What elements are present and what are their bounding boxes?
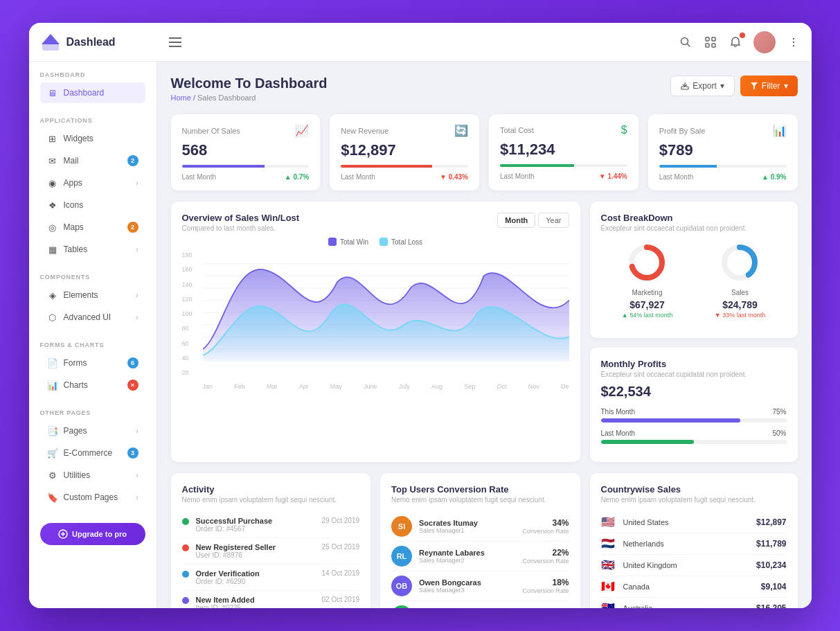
user-avatar-3: MG — [391, 605, 412, 608]
stat-footer-0: Last Month ▲ 0.7% — [182, 173, 310, 181]
activity-date-1: 25 Oct 2019 — [322, 543, 359, 551]
sidebar-item-mail[interactable]: ✉Mail2 — [40, 150, 145, 171]
chart-legend: Total Win Total Loss — [182, 238, 569, 246]
user-avatar-0: SI — [391, 516, 412, 537]
sidebar-item-tables[interactable]: ▦Tables› — [40, 239, 145, 260]
activity-dot-0 — [182, 518, 189, 525]
chart-subtitle: Compared to last month sales. — [182, 224, 300, 232]
sidebar-item-elements[interactable]: ◈Elements› — [40, 285, 145, 305]
stat-footer-2: Last Month ▼ 1.44% — [500, 172, 627, 180]
sidebar-item-dashboard[interactable]: 🖥Dashboard — [40, 82, 145, 103]
user-item-3: MG Mariane Galeon Sales Manager4 15% Con… — [391, 601, 569, 608]
activity-info-1: New Registered Seller User ID: #8976 — [196, 543, 315, 559]
fullscreen-icon[interactable] — [704, 35, 717, 49]
sidebar-item-label-custom-pages: Custom Pages — [64, 492, 131, 502]
stat-icon-3: 📊 — [773, 124, 787, 137]
svg-rect-5 — [712, 37, 715, 41]
activity-date-2: 14 Oct 2019 — [322, 569, 359, 577]
country-list: 🇺🇸 United States $12,897 🇳🇱 Netherlands … — [601, 512, 787, 608]
sidebar-item-label-advanced-ui: Advanced UI — [64, 312, 131, 322]
breadcrumb-sep: / — [193, 94, 195, 102]
filter-button[interactable]: Filter ▾ — [740, 75, 798, 96]
country-flag-1: 🇳🇱 — [601, 538, 616, 549]
sidebar-item-label-mail: Mail — [64, 156, 122, 166]
user-avatar[interactable] — [753, 31, 776, 53]
activity-name-1: New Registered Seller — [196, 543, 315, 551]
stat-card-header-3: Profit By Sale 📊 — [659, 124, 787, 137]
mid-row: Overview of Sales Win/Lost Compared to l… — [171, 202, 798, 462]
page-title-area: Welcome To Dashboard Home / Sales Dashbo… — [171, 75, 328, 102]
sidebar-section-applications: APPLICATIONS⊞Widgets✉Mail2◉Apps›❖Icons◎M… — [29, 107, 157, 264]
sidebar-section-label: APPLICATIONS — [40, 117, 145, 124]
widgets-icon: ⊞ — [47, 133, 58, 144]
more-menu-icon[interactable] — [787, 35, 801, 49]
sidebar-item-advanced-ui[interactable]: ⬡Advanced UI› — [40, 307, 145, 328]
sidebar-item-apps[interactable]: ◉Apps› — [40, 172, 145, 193]
svg-point-8 — [792, 37, 794, 39]
sidebar-section-label: FORMS & CHARTS — [40, 341, 145, 348]
sidebar-item-label-pages: Pages — [64, 426, 131, 436]
sales-label: Sales — [715, 289, 765, 296]
sidebar-item-widgets[interactable]: ⊞Widgets — [40, 128, 145, 149]
marketing-value: $67,927 — [622, 299, 672, 310]
upgrade-button[interactable]: Upgrade to pro — [40, 523, 145, 545]
hamburger-button[interactable] — [169, 37, 181, 47]
stat-footer-label-0: Last Month — [182, 173, 216, 181]
tab-month[interactable]: Month — [497, 213, 535, 228]
user-avatar-1: RL — [391, 546, 412, 567]
stat-value-1: $12,897 — [341, 141, 468, 159]
sidebar-item-icons[interactable]: ❖Icons — [40, 195, 145, 215]
notifications-icon[interactable] — [729, 35, 742, 49]
country-flag-0: 🇺🇸 — [601, 517, 616, 528]
stat-icon-2: $ — [621, 124, 627, 136]
sales-value: $24,789 — [715, 299, 765, 310]
last-month-header: Last Month 50% — [601, 429, 787, 437]
filter-chevron: ▾ — [784, 81, 788, 91]
main-layout: DASHBOARD🖥DashboardAPPLICATIONS⊞Widgets✉… — [29, 62, 812, 608]
user-avatar-2: OB — [391, 576, 412, 596]
user-role-0: Sales Manager1 — [419, 527, 515, 534]
sidebar-item-custom-pages[interactable]: 🔖Custom Pages› — [40, 487, 145, 508]
activity-list: Successful Purchase Order ID: #4567 29 O… — [182, 512, 360, 608]
sidebar-item-label-charts: Charts — [64, 380, 122, 390]
icons-icon: ❖ — [47, 199, 58, 211]
sidebar-item-utilities[interactable]: ⚙Utilities› — [40, 465, 145, 486]
sidebar-item-forms[interactable]: 📄Forms6 — [40, 353, 145, 373]
stat-value-0: 568 — [182, 141, 310, 159]
legend-win-dot — [328, 238, 337, 246]
user-name-1: Reynante Labares — [419, 549, 515, 557]
country-name-2: United Kingdom — [623, 561, 750, 569]
marketing-donut — [626, 242, 668, 283]
sidebar-item-label-forms: Forms — [64, 358, 122, 368]
stat-icon-0: 📈 — [295, 124, 309, 137]
sidebar-section-components: COMPONENTS◈Elements›⬡Advanced UI› — [29, 264, 157, 332]
top-bar-right — [679, 31, 801, 53]
sidebar-item-ecommerce[interactable]: 🛒E-Commerce3 — [40, 443, 145, 463]
sidebar-item-charts[interactable]: 📊Charts× — [40, 375, 145, 396]
sidebar-item-maps[interactable]: ◎Maps2 — [40, 217, 145, 238]
user-item-2: OB Owen Bongcaras Sales Manager3 18% Con… — [391, 571, 569, 601]
last-month-row: Last Month 50% — [601, 429, 787, 444]
sidebar-section-label: OTHER PAGES — [40, 409, 145, 416]
country-amount-1: $11,789 — [756, 539, 786, 549]
notification-badge — [740, 33, 745, 38]
breadcrumb-home[interactable]: Home — [171, 94, 191, 102]
stat-label-0: Number Of Sales — [182, 127, 240, 135]
country-amount-4: $16,205 — [756, 603, 786, 608]
tab-year[interactable]: Year — [538, 213, 569, 228]
activity-info-2: Order Verification Order ID: #6290 — [196, 569, 315, 585]
cost-breakdown-card: Cost BreakDown Excepteur sint occaecat c… — [590, 202, 798, 338]
forms-icon: 📄 — [47, 357, 58, 368]
sidebar-item-pages[interactable]: 📑Pages› — [40, 420, 145, 441]
chart-tabs: Month Year — [497, 213, 569, 228]
activity-subtitle: Nemo enim ipsam voluptatem fugit sequi n… — [182, 496, 360, 504]
sales-donut — [719, 242, 760, 283]
tables-icon: ▦ — [47, 244, 58, 255]
stat-bar-1 — [341, 165, 468, 168]
stat-label-2: Total Cost — [500, 126, 534, 134]
country-item-0: 🇺🇸 United States $12,897 — [601, 512, 787, 533]
search-icon[interactable] — [679, 35, 692, 49]
arrow-utilities: › — [136, 472, 138, 479]
country-subtitle: Nemo enim ipsam voluptatem fugit sequi n… — [601, 496, 787, 504]
export-button[interactable]: Export ▾ — [670, 75, 735, 96]
